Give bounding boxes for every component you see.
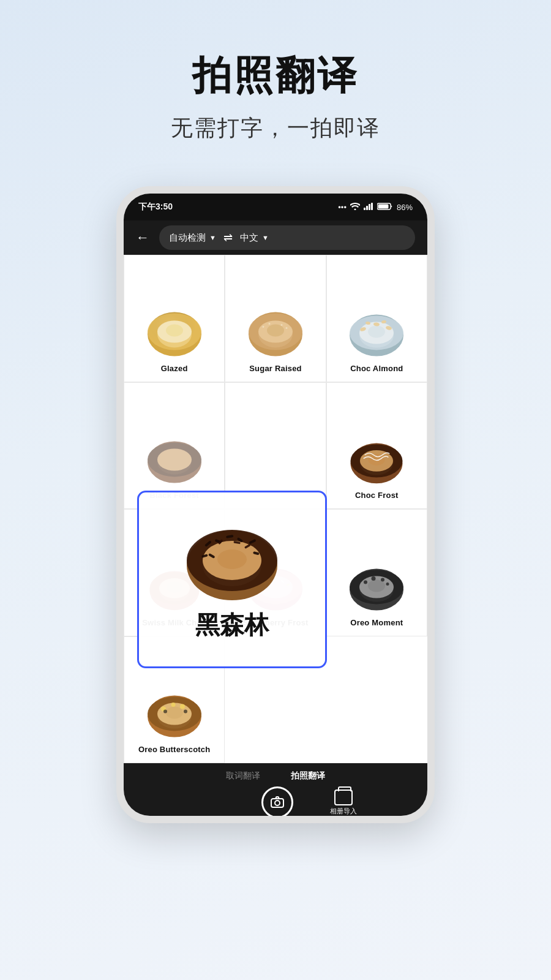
chevron-down-icon: ▼ (209, 234, 216, 241)
swap-icon[interactable]: ⇌ (223, 231, 233, 244)
phone-wrapper: 下午3:50 ••• (116, 186, 435, 823)
sugar-raised-label: Sugar Raised (249, 364, 302, 373)
album-icon (334, 790, 353, 805)
sugar-raised-donut-image (245, 307, 306, 359)
battery-icon (377, 203, 393, 212)
svg-rect-5 (378, 204, 388, 208)
svg-point-62 (386, 582, 389, 586)
bottom-tabs: 取词翻译 拍照翻译 (226, 763, 325, 782)
tab-word-translation[interactable]: 取词翻译 (226, 771, 260, 782)
svg-point-11 (166, 324, 183, 336)
source-lang[interactable]: 自动检测 ▼ (169, 232, 216, 244)
svg-point-17 (262, 326, 264, 328)
svg-point-34 (157, 449, 192, 471)
svg-rect-0 (364, 208, 365, 210)
album-label: 相册导入 (330, 807, 357, 816)
strawberry-frost-label: Strawberry Frost (242, 618, 308, 627)
status-bar: 下午3:50 ••• (124, 194, 427, 221)
phone-frame: 下午3:50 ••• (116, 186, 435, 823)
svg-point-58 (368, 579, 385, 592)
svg-point-67 (166, 707, 183, 719)
language-selector[interactable]: 自动检测 ▼ ⇌ 中文 ▼ (159, 225, 415, 250)
list-item: Glazed (124, 255, 225, 382)
svg-point-90 (275, 801, 280, 805)
camera-button[interactable] (261, 786, 293, 818)
choc-almond-donut-image (346, 307, 407, 359)
svg-point-25 (368, 325, 385, 337)
swiss-milk-choc-label: Swiss Milk Choc (142, 618, 206, 627)
list-item: Sugar Raised (225, 255, 326, 382)
bottom-bar: 取词翻译 拍照翻译 相册导入 (124, 763, 427, 823)
glazed-label: Glazed (161, 364, 188, 373)
tab-photo-translation[interactable]: 拍照翻译 (291, 771, 325, 782)
svg-point-72 (163, 710, 167, 714)
glazed-donut-image (144, 307, 205, 359)
svg-point-44 (167, 581, 182, 592)
list-item: Oreo Moment (326, 509, 427, 636)
svg-rect-2 (369, 204, 370, 210)
battery-percent: 86% (397, 203, 413, 212)
status-icons: ••• (338, 203, 413, 212)
choc-frost-label: Choc Frost (355, 491, 399, 500)
list-item: Choc Almond (326, 255, 427, 382)
svg-point-60 (372, 576, 376, 581)
main-title: 拍照翻译 (192, 49, 359, 102)
svg-point-16 (267, 324, 284, 336)
svg-rect-1 (366, 206, 368, 210)
oreo-butterscotch-donut-image (144, 688, 205, 740)
svg-point-70 (180, 704, 185, 709)
oreo-moment-label: Oreo Moment (350, 618, 403, 627)
svg-point-71 (184, 710, 187, 714)
list-item: Swiss Milk Choc (124, 509, 225, 636)
nav-bar: ← 自动检测 ▼ ⇌ 中文 ▼ (124, 221, 427, 255)
back-button[interactable]: ← (136, 230, 149, 246)
top-section: 拍照翻译 无需打字，一拍即译 (0, 0, 551, 168)
status-time: 下午3:50 (138, 202, 173, 213)
black-forest-partial-label: Black Forest (149, 491, 198, 500)
svg-point-69 (171, 703, 175, 707)
sub-title: 无需打字，一拍即译 (171, 113, 380, 143)
list-item: Black Forest (124, 382, 225, 510)
target-lang[interactable]: 中文 ▼ (240, 232, 269, 244)
chevron-down-icon: ▼ (262, 234, 269, 241)
list-item: Oreo Butterscotch (124, 636, 225, 764)
oreo-butterscotch-label: Oreo Butterscotch (138, 745, 211, 754)
svg-point-61 (381, 578, 384, 581)
list-item: Strawberry Frost (225, 509, 326, 636)
album-button[interactable]: 相册导入 (330, 790, 357, 816)
svg-point-59 (364, 580, 367, 584)
list-item (225, 382, 326, 510)
swiss-milk-choc-donut-image (144, 561, 205, 613)
svg-point-20 (285, 327, 287, 329)
choc-almond-label: Choc Almond (350, 364, 403, 373)
oreo-moment-donut-image (346, 561, 407, 613)
dots-icon: ••• (338, 203, 347, 212)
wifi-icon (350, 203, 360, 212)
svg-rect-3 (371, 203, 373, 210)
choc-frost-donut-image (346, 434, 407, 486)
svg-point-18 (268, 323, 270, 325)
list-item: Choc Frost (326, 382, 427, 510)
bottom-actions: 相册导入 (194, 782, 357, 818)
strawberry-frost-donut-image (245, 561, 306, 613)
black-forest-partial-image (144, 434, 205, 486)
signal-icon (364, 203, 373, 212)
svg-point-19 (280, 324, 282, 326)
